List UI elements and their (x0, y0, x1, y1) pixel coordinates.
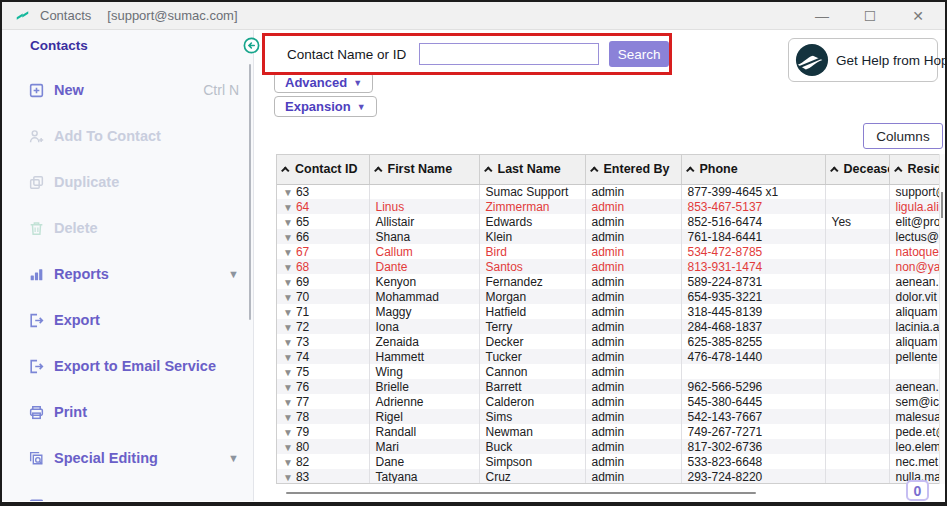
table-row[interactable]: ▼76BrielleBarrettadmin962-566-5296aenean… (277, 379, 939, 394)
sidebar-item-new[interactable]: NewCtrl N (28, 67, 245, 113)
cell-value: nec.met (896, 455, 939, 469)
sort-asc-icon (374, 167, 382, 175)
table-row[interactable]: ▼63Sumac Supportadmin877-399-4645 x1supp… (277, 184, 939, 199)
horizontal-scrollbar[interactable] (276, 489, 939, 497)
cell-value: admin (592, 350, 625, 364)
row-expander-icon[interactable]: ▼ (283, 352, 293, 363)
table-row[interactable]: ▼68DanteSantosadmin813-931-1474non@ya (277, 259, 939, 274)
table-cell-id: ▼69 (277, 274, 369, 289)
table-row[interactable]: ▼74HammettTuckeradmin476-478-1440pellent… (277, 349, 939, 364)
table-row[interactable]: ▼72IonaTerryadmin284-468-1837lacinia.a (277, 319, 939, 334)
get-help-button[interactable]: Get Help from Hope (788, 38, 938, 82)
cell-value: 534-472-8785 (688, 245, 763, 259)
sidebar-item-export[interactable]: Export (28, 297, 245, 343)
table-row[interactable]: ▼78RigelSimsadmin542-143-7667malesua (277, 409, 939, 424)
chevron-down-icon: ▼ (353, 78, 362, 88)
row-expander-icon[interactable]: ▼ (283, 217, 293, 228)
table-cell-email: non@ya (889, 259, 939, 274)
cell-value: Shana (376, 230, 411, 244)
table-row[interactable]: ▼66ShanaKleinadmin761-184-6441lectus@ (277, 229, 939, 244)
sidebar-item-label: Reports (54, 266, 109, 282)
column-header-resid[interactable]: Resid (889, 155, 939, 184)
row-expander-icon[interactable]: ▼ (283, 322, 293, 333)
minimize-button[interactable]: — (805, 5, 839, 27)
horizontal-scrollbar-thumb[interactable] (286, 492, 756, 494)
table-cell-email: aenean. (889, 379, 939, 394)
table-row[interactable]: ▼67CallumBirdadmin534-472-8785natoque (277, 244, 939, 259)
expansion-dropdown[interactable]: Expansion ▼ (274, 96, 377, 117)
close-button[interactable]: ✕ (901, 5, 935, 27)
contacts-table: Contact IDFirst NameLast NameEntered ByP… (276, 154, 939, 484)
row-expander-icon[interactable]: ▼ (283, 187, 293, 198)
search-button[interactable]: Search (609, 41, 669, 67)
back-arrow-icon[interactable] (243, 37, 260, 54)
table-row[interactable]: ▼70MohammadMorganadmin654-935-3221dolor.… (277, 289, 939, 304)
window-subtitle: [support@sumac.com] (107, 8, 237, 23)
table-row[interactable]: ▼65AllistairEdwardsadmin852-516-6474Yese… (277, 214, 939, 229)
table-row[interactable]: ▼75WingCannonadmin (277, 364, 939, 379)
sidebar-item-reports[interactable]: Reports▼ (28, 251, 245, 297)
maximize-button[interactable]: ☐ (853, 5, 887, 27)
advanced-dropdown[interactable]: Advanced ▼ (274, 72, 373, 93)
table-row[interactable]: ▼77AdrienneCalderonadmin545-380-6445sem@… (277, 394, 939, 409)
table-cell-first: Randall (369, 424, 479, 439)
row-expander-icon[interactable]: ▼ (283, 442, 293, 453)
cell-value: aenean. (896, 275, 939, 289)
table-row[interactable]: ▼79RandallNewmanadmin749-267-7271pede.et… (277, 424, 939, 439)
table-row[interactable]: ▼69KenyonFernandezadmin589-224-8731aenea… (277, 274, 939, 289)
sidebar-scrollbar[interactable] (249, 64, 251, 320)
sidebar-item-export-to-email-service[interactable]: Export to Email Service (28, 343, 245, 389)
row-expander-icon[interactable]: ▼ (283, 292, 293, 303)
row-expander-icon[interactable]: ▼ (283, 367, 293, 378)
expansion-label: Expansion (285, 99, 351, 114)
row-expander-icon[interactable]: ▼ (283, 457, 293, 468)
cell-value: Cannon (486, 365, 528, 379)
table-cell-deceased (825, 334, 889, 349)
row-expander-icon[interactable]: ▼ (283, 202, 293, 213)
vertical-scrollbar[interactable] (939, 154, 945, 484)
table-cell-email: sem@ic (889, 394, 939, 409)
column-header-last-name[interactable]: Last Name (479, 155, 585, 184)
row-expander-icon[interactable]: ▼ (283, 427, 293, 438)
row-expander-icon[interactable]: ▼ (283, 337, 293, 348)
cell-value: admin (592, 380, 625, 394)
row-expander-icon[interactable]: ▼ (283, 307, 293, 318)
row-expander-icon[interactable]: ▼ (283, 472, 293, 483)
table-cell-first: Mari (369, 439, 479, 454)
sidebar-item-label: Add To Contact (54, 128, 161, 144)
row-expander-icon[interactable]: ▼ (283, 247, 293, 258)
row-expander-icon[interactable]: ▼ (283, 382, 293, 393)
table-cell-entered_by: admin (585, 199, 681, 214)
sidebar-item-clipped[interactable] (28, 481, 245, 501)
table-row[interactable]: ▼73ZenaidaDeckeradmin625-385-8255aliquam (277, 334, 939, 349)
row-expander-icon[interactable]: ▼ (283, 277, 293, 288)
column-header-contact-id[interactable]: Contact ID (277, 155, 369, 184)
table-cell-email: leo.elem (889, 439, 939, 454)
column-header-entered-by[interactable]: Entered By (585, 155, 681, 184)
table-row[interactable]: ▼64LinusZimmermanadmin853-467-5137ligula… (277, 199, 939, 214)
column-header-phone[interactable]: Phone (681, 155, 825, 184)
cell-value: admin (592, 440, 625, 454)
table-cell-entered_by: admin (585, 424, 681, 439)
table-row[interactable]: ▼71MaggyHatfieldadmin318-445-8139aliquam (277, 304, 939, 319)
column-header-deceased[interactable]: Deceased (825, 155, 889, 184)
table-row[interactable]: ▼82DaneSimpsonadmin533-823-6648nec.met (277, 454, 939, 469)
row-expander-icon[interactable]: ▼ (283, 232, 293, 243)
row-expander-icon[interactable]: ▼ (283, 262, 293, 273)
search-input[interactable] (419, 43, 599, 65)
columns-button[interactable]: Columns (863, 123, 943, 149)
table-cell-first: Allistair (369, 214, 479, 229)
row-expander-icon[interactable]: ▼ (283, 412, 293, 423)
cell-value: sem@ic (896, 395, 940, 409)
row-expander-icon[interactable]: ▼ (283, 397, 293, 408)
title-bar: Contacts [support@sumac.com] — ☐ ✕ (2, 2, 945, 30)
column-header-first-name[interactable]: First Name (369, 155, 479, 184)
sidebar-item-special-editing[interactable]: Special Editing▼ (28, 435, 245, 481)
cell-value: Dane (376, 455, 405, 469)
table-cell-deceased (825, 244, 889, 259)
vertical-scrollbar-thumb[interactable] (941, 192, 943, 218)
table-row[interactable]: ▼83TatyanaCruzadmin293-724-8220nulla.ma (277, 469, 939, 484)
sidebar-item-print[interactable]: Print (28, 389, 245, 435)
cell-value: Klein (486, 230, 513, 244)
table-row[interactable]: ▼80MariBuckadmin817-302-6736leo.elem (277, 439, 939, 454)
